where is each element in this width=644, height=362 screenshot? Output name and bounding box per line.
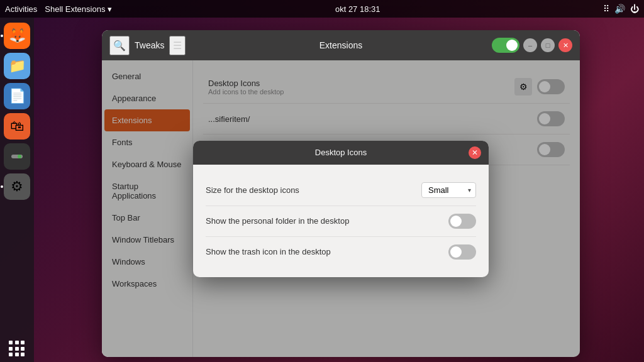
dialog-header: Desktop Icons ✕	[193, 141, 489, 165]
size-select[interactable]: Small Medium Large	[421, 182, 476, 198]
firefox-icon: 🦊	[9, 28, 26, 44]
trash-icon-toggle[interactable]	[448, 244, 476, 260]
dock-item-files[interactable]: 📁	[4, 53, 30, 79]
trash-icon-label: Show the trash icon in the desktop	[206, 247, 448, 256]
personal-folder-label: Show the personal folder in the desktop	[206, 216, 448, 226]
app-name-label: Shell Extensions	[45, 4, 105, 14]
grid-dot	[9, 341, 13, 344]
active-indicator	[1, 35, 3, 37]
top-bar: Activities Shell Extensions ▾ okt 27 18:…	[0, 0, 644, 18]
tweaks-header: 🔍 Tweaks ☰ Extensions – □ ✕	[102, 30, 580, 60]
app-arrow-icon: ▾	[108, 4, 112, 14]
main-area: 🔍 Tweaks ☰ Extensions – □ ✕ General Appe…	[34, 18, 644, 362]
size-select-wrapper: Small Medium Large ▾	[421, 182, 476, 198]
grid-dot	[21, 353, 25, 356]
toggle-icon	[9, 149, 25, 164]
dock-item-writer[interactable]: 📄	[4, 83, 30, 109]
grid-dot	[15, 347, 19, 351]
extensions-title: Extensions	[319, 40, 362, 50]
dialog-close-button[interactable]: ✕	[469, 146, 481, 159]
desktop-icons-dialog: Desktop Icons ✕ Size for the desktop ico…	[193, 141, 489, 277]
search-button[interactable]: 🔍	[109, 36, 130, 55]
top-bar-right: ⠿ 🔊 ⏻	[603, 4, 639, 14]
tweaks-header-right: – □ ✕	[492, 38, 572, 53]
dialog-overlay: Desktop Icons ✕ Size for the desktop ico…	[102, 60, 580, 357]
tweaks-title: Tweaks	[135, 40, 164, 50]
dock-item-appstore[interactable]: 🛍	[4, 113, 30, 140]
dock-item-settings[interactable]: ⚙	[4, 173, 30, 200]
personal-folder-toggle[interactable]	[448, 214, 476, 229]
dock-item-toggle[interactable]	[4, 143, 30, 170]
volume-icon[interactable]: 🔊	[614, 4, 625, 14]
svg-point-1	[18, 155, 21, 158]
dialog-body: Size for the desktop icons Small Medium …	[193, 165, 489, 277]
extensions-master-toggle[interactable]	[492, 38, 519, 53]
grid-dot	[15, 353, 19, 356]
grid-dot	[9, 347, 13, 351]
files-icon: 📁	[9, 58, 26, 74]
network-icon[interactable]: ⠿	[603, 4, 609, 14]
maximize-button[interactable]: □	[541, 38, 555, 52]
tweaks-window: 🔍 Tweaks ☰ Extensions – □ ✕ General Appe…	[102, 30, 580, 357]
active-indicator-settings	[1, 185, 3, 188]
dialog-row-personal-folder: Show the personal folder in the desktop	[206, 206, 476, 237]
appstore-icon: 🛍	[10, 118, 24, 134]
dialog-row-size: Size for the desktop icons Small Medium …	[206, 175, 476, 206]
settings-icon: ⚙	[11, 178, 23, 195]
grid-dot	[15, 341, 19, 344]
close-button[interactable]: ✕	[558, 38, 572, 52]
power-icon[interactable]: ⏻	[630, 4, 639, 14]
app-indicator[interactable]: Shell Extensions ▾	[45, 4, 112, 14]
activities-button[interactable]: Activities	[5, 4, 37, 14]
dialog-row-trash-icon: Show the trash icon in the desktop	[206, 237, 476, 267]
dock-item-apps-grid[interactable]	[4, 336, 30, 362]
grid-dot	[21, 347, 25, 351]
top-bar-datetime[interactable]: okt 27 18:31	[335, 4, 380, 14]
grid-dot	[9, 353, 13, 356]
top-bar-left: Activities Shell Extensions ▾	[5, 4, 112, 14]
writer-icon: 📄	[9, 88, 26, 104]
dock: 🦊 📁 📄 🛍 ⚙	[0, 18, 34, 362]
tweaks-header-left: 🔍 Tweaks ☰	[109, 36, 186, 55]
dock-item-firefox[interactable]: 🦊	[4, 23, 30, 49]
grid-dot	[21, 341, 25, 344]
dialog-title: Desktop Icons	[213, 148, 469, 157]
size-label: Size for the desktop icons	[206, 185, 421, 195]
menu-button[interactable]: ☰	[169, 36, 186, 55]
minimize-button[interactable]: –	[523, 38, 537, 52]
